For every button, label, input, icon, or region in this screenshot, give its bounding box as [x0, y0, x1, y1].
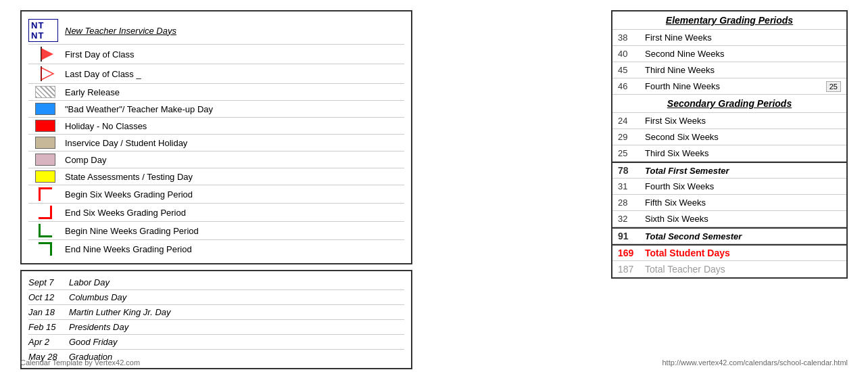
- testing-row: State Assessments / Testing Day: [28, 168, 404, 185]
- red-box-icon: [35, 120, 55, 132]
- holiday-name-1: Columbus Day: [69, 292, 126, 302]
- testing-label: State Assessments / Testing Day: [62, 172, 404, 182]
- end-six-row: End Six Weeks Grading Period: [28, 204, 404, 222]
- elementary-title: Elementary Grading Periods: [612, 11, 846, 30]
- begin-nine-icon: [28, 224, 62, 237]
- sec2-label-1: Fifth Six Weeks: [645, 197, 841, 208]
- elem-row-2: 45 Third Nine Weeks: [612, 62, 846, 78]
- sec2-row-0: 31 Fourth Six Weeks: [612, 179, 846, 195]
- elem-label-0: First Nine Weeks: [645, 32, 841, 43]
- nt-label: New Teacher Inservice Days: [62, 26, 404, 36]
- early-release-row: Early Release: [28, 84, 404, 101]
- total-first-label: Total First Semester: [645, 166, 841, 176]
- footer-right: http://www.vertex42.com/calendars/school…: [662, 358, 848, 367]
- sec2-label-0: Fourth Six Weeks: [645, 181, 841, 191]
- svg-marker-3: [41, 68, 53, 80]
- comp-day-label: Comp Day: [62, 155, 404, 165]
- teacher-days-label: Total Teacher Days: [645, 264, 841, 275]
- sec2-row-2: 32 Sixth Six Weeks: [612, 211, 846, 227]
- sec2-num-2: 32: [618, 214, 645, 224]
- holiday-date-3: Feb 15: [28, 322, 69, 332]
- green-end-bracket-icon: [39, 242, 52, 256]
- elem-num-3: 46: [618, 81, 645, 91]
- sec-label-2: Third Six Weeks: [645, 148, 841, 158]
- testing-icon: [28, 170, 62, 183]
- svg-marker-1: [41, 48, 53, 60]
- early-release-icon: [28, 86, 62, 98]
- begin-six-icon: [28, 187, 62, 201]
- yellow-box-icon: [35, 170, 55, 183]
- holiday-item-4: Apr 2 Good Friday: [28, 335, 404, 350]
- blue-box-icon: [35, 103, 55, 115]
- sec-label-1: Second Six Weeks: [645, 132, 841, 142]
- holidays-box: Sept 7 Labor Day Oct 12 Columbus Day Jan…: [20, 270, 412, 369]
- first-day-row: First Day of Class: [28, 45, 404, 64]
- begin-six-label: Begin Six Weeks Grading Period: [62, 189, 404, 200]
- right-panel: Elementary Grading Periods 38 First Nine…: [611, 10, 848, 342]
- first-day-icon: [28, 47, 62, 62]
- holiday-date-1: Oct 12: [28, 292, 69, 302]
- holiday-name-0: Labor Day: [69, 277, 110, 287]
- teacher-days-num: 187: [618, 264, 645, 275]
- sec2-label-2: Sixth Six Weeks: [645, 214, 841, 224]
- elem-label-2: Third Nine Weeks: [645, 65, 841, 75]
- end-nine-row: End Nine Weeks Grading Period: [28, 240, 404, 258]
- elem-row-3: 46 Fourth Nine Weeks 25: [612, 78, 846, 95]
- sec-num-2: 25: [618, 148, 645, 158]
- pink-box-icon: [35, 154, 55, 166]
- sec2-num-0: 31: [618, 181, 645, 191]
- begin-nine-row: Begin Nine Weeks Grading Period: [28, 222, 404, 240]
- holiday-date-2: Jan 18: [28, 307, 69, 317]
- begin-nine-label: Begin Nine Weeks Grading Period: [62, 226, 404, 236]
- sec-row-0: 24 First Six Weeks: [612, 113, 846, 129]
- elem-num-0: 38: [618, 32, 645, 43]
- left-panel: NT NT New Teacher Inservice Days First D…: [20, 10, 412, 342]
- elem-label-1: Second Nine Weeks: [645, 49, 841, 59]
- comp-day-icon: [28, 154, 62, 166]
- footer-left: Calendar Template by Vertex42.com: [20, 358, 140, 367]
- elem-label-3: Fourth Nine Weeks: [645, 81, 823, 91]
- green-begin-bracket-icon: [39, 224, 52, 237]
- holiday-label: Holiday - No Classes: [62, 121, 404, 131]
- total-second-label: Total Second Semester: [645, 231, 841, 241]
- holiday-item-0: Sept 7 Labor Day: [28, 275, 404, 290]
- holiday-item-1: Oct 12 Columbus Day: [28, 290, 404, 305]
- tan-box-icon: [35, 137, 55, 149]
- holiday-row: Holiday - No Classes: [28, 118, 404, 135]
- nt-icon: NT NT: [28, 19, 62, 42]
- footer: Calendar Template by Vertex42.com http:/…: [0, 358, 868, 367]
- secondary-title: Secondary Grading Periods: [612, 95, 846, 113]
- total-second-num: 91: [618, 231, 645, 241]
- student-days-num: 169: [618, 248, 645, 258]
- total-second-row: 91 Total Second Semester: [612, 227, 846, 244]
- nt-row: NT NT New Teacher Inservice Days: [28, 17, 404, 45]
- holiday-name-4: Good Friday: [69, 337, 118, 347]
- begin-six-row: Begin Six Weeks Grading Period: [28, 185, 404, 204]
- last-day-row: Last Day of Class _: [28, 64, 404, 84]
- holiday-icon: [28, 120, 62, 132]
- last-day-label: Last Day of Class _: [62, 69, 404, 79]
- total-first-row: 78 Total First Semester: [612, 162, 846, 179]
- early-release-label: Early Release: [62, 87, 404, 97]
- sec-row-2: 25 Third Six Weeks: [612, 145, 846, 162]
- end-six-icon: [28, 206, 62, 219]
- student-days-row: 169 Total Student Days: [612, 244, 846, 261]
- slash-icon: [35, 86, 55, 98]
- inservice-label: Inservice Day / Student Holiday: [62, 138, 404, 148]
- holiday-date-0: Sept 7: [28, 277, 69, 287]
- sec-num-0: 24: [618, 116, 645, 126]
- comp-day-row: Comp Day: [28, 152, 404, 168]
- end-six-label: End Six Weeks Grading Period: [62, 208, 404, 218]
- elem-num-1: 40: [618, 49, 645, 59]
- inservice-row: Inservice Day / Student Holiday: [28, 135, 404, 152]
- teacher-days-row: 187 Total Teacher Days: [612, 261, 846, 277]
- end-nine-icon: [28, 242, 62, 256]
- bad-weather-label: "Bad Weather"/ Teacher Make-up Day: [62, 104, 404, 114]
- first-day-label: First Day of Class: [62, 49, 404, 60]
- sec-num-1: 29: [618, 132, 645, 142]
- elem-num-2: 45: [618, 65, 645, 75]
- sec2-num-1: 28: [618, 197, 645, 208]
- red-begin-bracket-icon: [39, 187, 52, 201]
- elem-row-0: 38 First Nine Weeks: [612, 30, 846, 46]
- student-days-label: Total Student Days: [645, 248, 841, 258]
